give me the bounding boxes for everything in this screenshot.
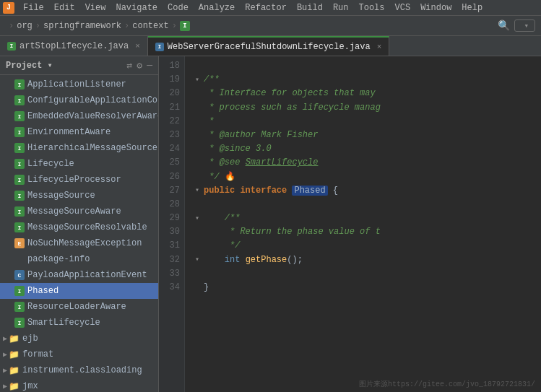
line-numbers: 1819202122232425262728293031323334 [159,56,185,392]
menu-item-window[interactable]: Window [416,1,456,14]
search-breadcrumb-icon[interactable]: 🔍 [498,19,510,32]
tree-item-label: format [22,349,53,360]
menu-item-navigate[interactable]: Navigate [111,1,162,14]
folder-arrow-icon: ▶ [3,334,7,343]
tree-item-instrument-classloading[interactable]: ▶ 📁instrument.classloading [0,362,158,378]
fold-arrow-icon[interactable]: ▾ [195,254,199,266]
menu-item-analyze[interactable]: Analyze [194,1,239,14]
tree-item-format[interactable]: ▶ 📁format [0,347,158,362]
sidebar-tree[interactable]: IApplicationListenerIConfigurableApplica… [0,75,158,392]
code-line [191,267,535,281]
phased-icon: I [180,21,190,31]
app-icon: J [3,2,14,14]
tree-item-label: EnvironmentAware [27,127,111,137]
tree-item-label: MessageSourceAware [27,206,121,217]
fold-arrow-icon[interactable]: ▾ [195,74,199,86]
code-line: * [191,115,535,129]
fold-arrow-icon[interactable]: ▾ [195,185,199,196]
tab-label-webserver: WebServerGracefulShutdownLifecycle.java [168,42,371,52]
code-content[interactable]: ▾/** * Interface for objects that may * … [185,56,541,392]
tree-item-resourceloaderaware[interactable]: IResourceLoaderAware [0,299,158,315]
tree-item-ejb[interactable]: ▶ 📁ejb [0,331,158,347]
item-type-icon: I [14,111,25,121]
breadcrumb-sep-2: › [35,21,40,31]
tree-item-label: EmbeddedValueResolverAware [27,111,158,121]
folder-icon: 📁 [9,365,20,376]
context-breadcrumb[interactable]: context [132,21,168,31]
line-number: 24 [159,142,180,156]
code-text: * @author Mark Fisher [204,129,318,142]
tree-item-environmentaware[interactable]: IEnvironmentAware [0,124,158,140]
sidebar-settings-icon[interactable]: ⚙ [137,60,142,71]
sidebar-minimize-icon[interactable]: — [147,60,152,71]
tree-item-label: jmx [22,381,38,391]
code-text: * [204,115,214,129]
menu-item-vcs[interactable]: VCS [391,1,415,14]
tree-item-label: ResourceLoaderAware [27,302,126,312]
tree-item-jmx[interactable]: ▶ 📁jmx [0,378,158,392]
tree-item-label: NoSuchMessageException [27,238,142,248]
tree-item-hierarchicalmessagesource[interactable]: IHierarchicalMessageSource [0,140,158,156]
menu-bar: J FileEditViewNavigateCodeAnalyzeRefacto… [0,0,541,16]
code-text [204,267,209,281]
item-type-icon: E [14,238,25,248]
tab-artstoplifecycle[interactable]: I artStopLifecycle.java × [0,36,148,56]
item-type-icon: I [14,95,25,105]
tree-item-applicationlistener[interactable]: IApplicationListener [0,77,158,92]
tree-item-messagesourceaware[interactable]: IMessageSourceAware [0,204,158,219]
tree-item-label: PayloadApplicationEvent [27,270,147,280]
menu-item-view[interactable]: View [81,1,111,14]
menu-item-code[interactable]: Code [163,1,193,14]
line-number: 27 [159,184,180,198]
fold-arrow-icon[interactable]: ▾ [195,213,199,225]
menu-item-run[interactable]: Run [329,1,353,14]
sidebar-header: Project ▾ ⇄ ⚙ — [0,56,158,75]
sidebar-title: Project ▾ [6,60,53,71]
line-number: 34 [159,281,180,295]
tree-item-lifecycle[interactable]: ILifecycle [0,156,158,172]
tree-item-configurableapplicationcontext[interactable]: IConfigurableApplicationContext [0,92,158,108]
tree-item-embeddedvalueresolveraware[interactable]: IEmbeddedValueResolverAware [0,108,158,124]
branch-badge[interactable]: ▾ [514,19,535,32]
line-number: 30 [159,225,180,239]
code-area: 1819202122232425262728293031323334 ▾/** … [159,56,541,392]
code-text [204,59,209,73]
item-type-icon: I [14,318,25,328]
tree-item-payloadapplicationevent[interactable]: CPayloadApplicationEvent [0,267,158,283]
editor-panel: 1819202122232425262728293031323334 ▾/** … [159,56,541,392]
menu-item-tools[interactable]: Tools [355,1,389,14]
tree-item-label: SmartLifecycle [27,318,100,328]
tree-item-phased[interactable]: IPhased [0,283,158,299]
menu-item-help[interactable]: Help [457,1,487,14]
tree-item-lifecycleprocessor[interactable]: ILifecycleProcessor [0,172,158,188]
folder-icon: 📁 [9,334,20,344]
tree-item-package-info[interactable]: package-info [0,251,158,267]
breadcrumb-bar: › org › springframework › context › I 🔍 … [0,16,541,36]
menu-item-build[interactable]: Build [293,1,327,14]
tree-item-messagesourceresolvable[interactable]: IMessageSourceResolvable [0,219,158,235]
code-line: */ [191,239,535,253]
menu-item-refactor[interactable]: Refactor [241,1,291,14]
sidebar-panel: Project ▾ ⇄ ⚙ — IApplicationListenerICon… [0,56,159,392]
menu-item-file[interactable]: File [19,1,48,14]
line-number: 29 [159,212,180,225]
tree-item-label: ejb [22,334,38,344]
code-line: * @author Mark Fisher [191,129,535,142]
springframework-breadcrumb[interactable]: springframework [43,21,121,31]
tree-item-nosuchmessageexception[interactable]: ENoSuchMessageException [0,235,158,251]
org-breadcrumb[interactable]: org [17,21,33,31]
tab-webserver[interactable]: I WebServerGracefulShutdownLifecycle.jav… [148,36,389,56]
line-number: 23 [159,129,180,142]
tab-close-artstop[interactable]: × [135,42,140,51]
tree-item-messagesource[interactable]: IMessageSource [0,188,158,204]
menu-item-edit[interactable]: Edit [50,1,79,14]
tree-item-smartlifecycle[interactable]: ISmartLifecycle [0,315,158,331]
tab-close-webserver[interactable]: × [377,43,382,51]
code-text: /** [204,212,240,225]
folder-arrow-icon: ▶ [3,382,7,391]
code-line: */ 🔥 [191,170,535,184]
branch-dropdown-icon: ▾ [524,21,529,30]
sidebar-horizontal-icon[interactable]: ⇄ [127,60,133,71]
item-type-icon [14,254,25,264]
sidebar-icons: ⇄ ⚙ — [127,60,152,71]
